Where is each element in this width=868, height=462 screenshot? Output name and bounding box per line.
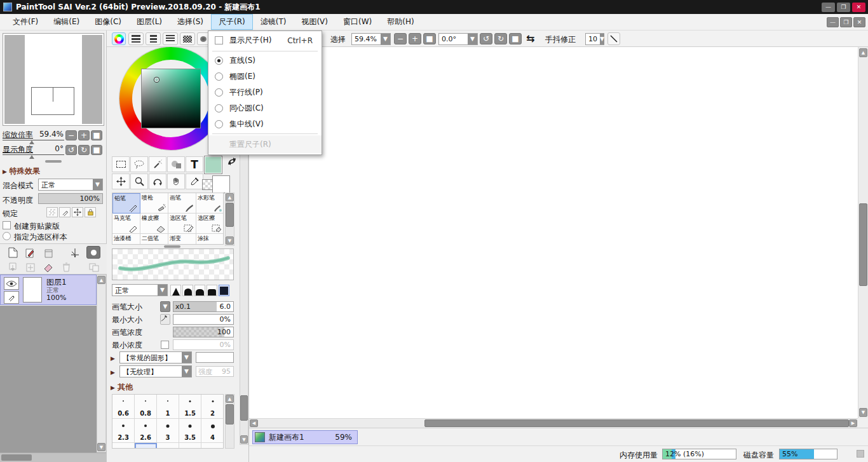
menu-item-radial-ruler[interactable]: 集中线(V)	[208, 116, 322, 132]
canvas-vscrollbar[interactable]: ▲ ▼	[858, 47, 868, 418]
density-slider[interactable]: 100	[173, 327, 234, 337]
chevron-down-icon[interactable]: ▼	[182, 366, 191, 377]
radio-icon[interactable]	[215, 120, 223, 128]
brush-brush[interactable]: 画笔	[168, 193, 196, 214]
canvas[interactable]	[249, 47, 858, 418]
navigator-preview[interactable]	[3, 33, 104, 126]
menu-file[interactable]: 文件(F)	[5, 14, 46, 30]
swatch-grid-button[interactable]	[180, 32, 195, 45]
scroll-down-icon[interactable]: ▼	[240, 435, 248, 444]
brush-eraser[interactable]: 橡皮擦	[140, 214, 168, 234]
size-preset[interactable]: 2.3	[112, 419, 135, 443]
canvas-zoom-dropdown[interactable]: 59.4% ▼	[351, 33, 391, 45]
lock-all-button[interactable]	[85, 207, 96, 217]
brush-marker[interactable]: 马克笔	[112, 214, 140, 234]
lock-move-button[interactable]	[72, 207, 83, 217]
menu-window[interactable]: 窗口(W)	[336, 14, 379, 30]
brush-gradient[interactable]: 渐变	[168, 234, 196, 245]
size-preset[interactable]: 0.8	[135, 395, 157, 419]
stabilizer-dropdown[interactable]: 10 ▼	[585, 33, 604, 45]
new-layer-button[interactable]	[5, 246, 20, 259]
radio-selected-icon[interactable]	[215, 57, 223, 65]
brush-watercolor[interactable]: 水彩笔	[196, 193, 224, 214]
menu-select[interactable]: 选择(S)	[170, 14, 211, 30]
move-tool[interactable]	[112, 173, 130, 189]
new-folder-button[interactable]	[41, 246, 56, 259]
size-preset[interactable]: 1.5	[179, 395, 201, 419]
menu-item-concentric-ruler[interactable]: 同心圆(C)	[208, 100, 322, 116]
transform-button[interactable]	[67, 246, 83, 259]
shape-section-arrow[interactable]: ▶	[111, 353, 118, 362]
size-preset[interactable]: 0.6	[112, 395, 135, 419]
menu-layer[interactable]: 图层(L)	[129, 14, 170, 30]
color-sliders-button[interactable]	[146, 32, 161, 45]
scroll-up-icon[interactable]: ▲	[226, 193, 234, 201]
menu-help[interactable]: 帮助(H)	[379, 14, 421, 30]
scroll-down-icon[interactable]: ▼	[97, 443, 105, 451]
size-preset[interactable]	[179, 443, 201, 449]
scroll-thumb[interactable]	[424, 419, 849, 427]
swap-colors-button[interactable]	[227, 156, 237, 166]
brush-shape-dropdown[interactable]: 【常规的圆形】 ▼	[119, 351, 192, 363]
close-button[interactable]: ✕	[852, 3, 865, 12]
text-tool[interactable]: T	[186, 156, 203, 172]
checkbox-icon[interactable]	[215, 36, 223, 44]
others-header[interactable]: ▶其他	[111, 382, 133, 393]
doc-minimize-button[interactable]: —	[827, 17, 839, 27]
doc-close-button[interactable]: ✕	[853, 17, 865, 27]
layer-mask-button[interactable]	[86, 246, 100, 259]
duplicate-layer-button[interactable]	[86, 261, 102, 274]
size-preset[interactable]: 2.6	[135, 419, 157, 443]
scroll-thumb[interactable]	[859, 203, 867, 286]
scroll-right-icon[interactable]: ▶	[849, 419, 857, 427]
canvas-hscrollbar[interactable]: ◀ ▶	[249, 418, 858, 428]
magic-wand-tool[interactable]	[149, 156, 166, 172]
scroll-thumb[interactable]	[226, 203, 234, 227]
layer-edit-indicator[interactable]	[4, 291, 19, 304]
zoom-out-button[interactable]: −	[394, 33, 407, 44]
menu-edit[interactable]: 编辑(E)	[46, 14, 87, 30]
brush-binary-pen[interactable]: 二值笔	[140, 234, 168, 245]
size-preset[interactable]	[112, 443, 135, 449]
nav-zoom-reset-button[interactable]: ■	[91, 130, 102, 140]
hscroll-thumb[interactable]	[1, 454, 32, 461]
blend-mode-dropdown[interactable]: 正常 ▼	[38, 179, 103, 191]
rotate-reset-button[interactable]: ■	[509, 33, 522, 44]
size-preset[interactable]	[157, 443, 179, 449]
layer-visibility-toggle[interactable]	[4, 277, 19, 290]
zoom-tool[interactable]	[130, 173, 148, 189]
nav-zoom-out-button[interactable]: −	[65, 130, 77, 140]
new-vector-layer-button[interactable]	[23, 246, 38, 259]
brush-selection-eraser[interactable]: 选区擦	[196, 214, 224, 234]
layer-row-selected[interactable]: 图层1 正常 100%	[0, 275, 97, 305]
chevron-down-icon[interactable]: ▼	[381, 34, 390, 44]
scroll-up-icon[interactable]: ▲	[97, 276, 105, 284]
clear-layer-button[interactable]	[41, 261, 56, 274]
merge-layer-button[interactable]	[23, 261, 38, 274]
opacity-slider[interactable]: 100%	[38, 193, 103, 204]
menu-image[interactable]: 图像(C)	[87, 14, 129, 30]
nav-angle-slider-marker[interactable]	[29, 155, 34, 159]
min-density-checkbox[interactable]	[161, 341, 169, 349]
size-preset[interactable]: 1	[157, 395, 179, 419]
transfer-down-button[interactable]	[5, 261, 20, 274]
zoom-reset-button[interactable]: ■	[423, 33, 436, 44]
scroll-thumb[interactable]	[226, 404, 234, 425]
nav-rotate-ccw-button[interactable]: ↺	[65, 145, 77, 155]
edge-shape-hard[interactable]	[170, 285, 181, 296]
hand-tool[interactable]	[167, 173, 185, 189]
flip-canvas-icon[interactable]: ⇆	[526, 32, 534, 44]
menu-item-reset-ruler[interactable]: 重置尺子(R)	[208, 135, 322, 153]
lock-paint-button[interactable]	[59, 207, 71, 217]
minimize-button[interactable]: —	[822, 3, 835, 12]
scroll-up-icon[interactable]: ▲	[859, 48, 867, 57]
min-size-pressure-button[interactable]	[160, 314, 170, 325]
transparent-color-swatch[interactable]	[202, 179, 213, 190]
menu-ruler[interactable]: 尺子(R)	[211, 14, 253, 30]
eyedropper-tool[interactable]	[186, 173, 203, 189]
nav-rotate-cw-button[interactable]: ↻	[78, 145, 90, 155]
restore-button[interactable]: ❐	[837, 3, 850, 12]
size-preset[interactable]: 4	[201, 419, 224, 443]
chevron-down-icon[interactable]: ▼	[468, 34, 477, 44]
layer-list-hscrollbar[interactable]	[0, 452, 106, 462]
